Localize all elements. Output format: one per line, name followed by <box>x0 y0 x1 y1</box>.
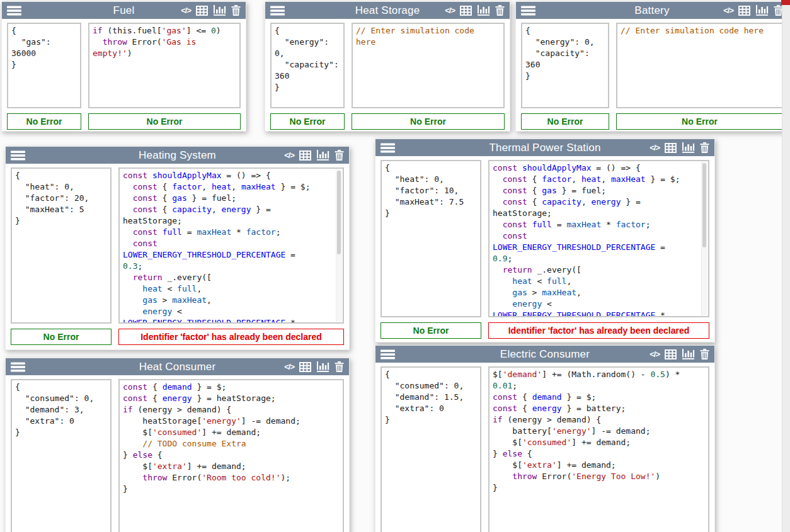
scrollbar-thumb[interactable] <box>337 171 341 254</box>
panel-toolbar: </> <box>284 361 344 372</box>
menu-icon[interactable] <box>270 6 285 16</box>
state-editor[interactable]: { "energy": 0, "capacity": 360 } <box>270 23 345 108</box>
code-editor[interactable]: $['demand'] += (Math.random() - 0.5) *0.… <box>488 366 709 532</box>
simulation-code-text: if (this.fuel['gas'] <= 0) throw Error('… <box>93 25 236 59</box>
chart-icon[interactable] <box>316 150 329 161</box>
trash-icon[interactable] <box>700 349 709 359</box>
page-scrollbar[interactable] <box>782 0 790 532</box>
trash-icon[interactable] <box>700 142 709 153</box>
simulation-code-text: const shouldApplyMax = () => { const { f… <box>493 162 705 317</box>
editor-scrollbar[interactable] <box>336 169 342 322</box>
panel-toolbar: </> <box>650 349 709 359</box>
panel-battery: Battery </> <box>515 1 789 132</box>
chart-icon[interactable] <box>316 361 329 372</box>
state-json-text: { "heat": 0, "factor": 20, "maxHeat": 5 … <box>15 170 107 227</box>
chart-icon[interactable] <box>755 5 769 16</box>
table-icon[interactable] <box>196 6 208 16</box>
table-icon[interactable] <box>299 150 311 161</box>
menu-icon[interactable] <box>11 362 25 372</box>
panel-title: Heat Storage <box>355 4 420 17</box>
panel-fuel: Fuel </> <box>1 1 246 132</box>
state-status-badge: No Error <box>7 113 81 130</box>
panel-body: { "energy": 0, "capacity": 360 } // Ente… <box>270 23 505 108</box>
panel-header[interactable]: Battery </> <box>516 2 788 19</box>
code-icon[interactable]: </> <box>181 6 191 15</box>
table-icon[interactable] <box>299 362 311 372</box>
menu-icon[interactable] <box>521 6 535 16</box>
code-icon[interactable]: </> <box>650 143 660 152</box>
panel-header[interactable]: Fuel </> <box>2 2 246 19</box>
state-status-badge: No Error <box>521 113 609 130</box>
panel-header[interactable]: Thermal Power Station </> <box>375 139 714 156</box>
code-icon[interactable]: </> <box>723 6 733 15</box>
panel-header[interactable]: Heating System </> <box>6 147 349 164</box>
status-row: No Error No Error <box>270 113 505 130</box>
code-status-badge: No Error <box>88 113 241 130</box>
state-json-text: { "heat": 0, "factor": 10, "maxHeat": 7.… <box>385 162 477 219</box>
status-row: No Error Identifier 'factor' has already… <box>11 329 344 345</box>
trash-icon[interactable] <box>495 5 505 16</box>
table-icon[interactable] <box>738 6 750 16</box>
panel-body: { "heat": 0, "factor": 10, "maxHeat": 7.… <box>381 160 709 317</box>
panel-header[interactable]: Heat Consumer </> <box>6 358 349 375</box>
state-editor[interactable]: { "heat": 0, "factor": 20, "maxHeat": 5 … <box>11 167 112 324</box>
code-editor[interactable]: const shouldApplyMax = () => { const { f… <box>118 167 344 324</box>
code-icon[interactable]: </> <box>650 349 660 359</box>
table-icon[interactable] <box>665 349 677 359</box>
chart-icon[interactable] <box>213 5 226 16</box>
code-editor[interactable]: // Enter simulation codehere <box>352 23 505 108</box>
state-editor[interactable]: { "heat": 0, "factor": 10, "maxHeat": 7.… <box>381 160 481 317</box>
state-json-text: { "consumed": 0, "demand": 3, "extra": 0… <box>15 382 107 438</box>
panel-header[interactable]: Heat Storage </> <box>265 2 510 19</box>
table-icon[interactable] <box>460 6 472 16</box>
panel-body: { "consumed": 0, "demand": 1.5, "extra":… <box>381 366 709 532</box>
panel-body: { "heat": 0, "factor": 20, "maxHeat": 5 … <box>11 167 344 324</box>
state-status-badge: No Error <box>381 322 481 339</box>
code-icon[interactable]: </> <box>445 6 455 15</box>
panel-title: Thermal Power Station <box>489 142 600 154</box>
trash-icon[interactable] <box>335 361 344 372</box>
chart-icon[interactable] <box>477 5 490 16</box>
code-editor[interactable]: // Enter simulation code here <box>616 23 783 108</box>
panel-header[interactable]: Electric Consumer </> <box>375 346 714 363</box>
code-status-badge: Identifier 'factor' has already been dec… <box>488 322 709 339</box>
panel-heat-consumer: Heat Consumer </> <box>5 358 350 532</box>
state-editor[interactable]: { "energy": 0, "capacity": 360 } <box>521 23 609 108</box>
menu-icon[interactable] <box>11 150 25 161</box>
trash-icon[interactable] <box>231 5 241 16</box>
panel-toolbar: </> <box>445 5 505 16</box>
simulation-code-text: $['demand'] += (Math.random() - 0.5) *0.… <box>493 369 705 494</box>
state-editor[interactable]: { "consumed": 0, "demand": 3, "extra": 0… <box>11 379 112 532</box>
status-row: No Error No Error <box>521 113 783 130</box>
panel-body: { "consumed": 0, "demand": 3, "extra": 0… <box>11 379 344 532</box>
menu-icon[interactable] <box>381 143 395 153</box>
code-status-badge: Identifier 'factor' has already been dec… <box>118 329 344 345</box>
trash-icon[interactable] <box>335 150 344 161</box>
chart-icon[interactable] <box>682 142 695 153</box>
status-row: No Error No Error <box>7 113 241 130</box>
code-icon[interactable]: </> <box>284 362 294 371</box>
chart-icon[interactable] <box>682 349 695 359</box>
panel-heat-storage: Heat Storage </> <box>265 1 510 132</box>
panel-title: Heat Consumer <box>139 361 216 373</box>
panel-title: Electric Consumer <box>500 348 590 361</box>
code-icon[interactable]: </> <box>284 150 294 160</box>
scrollbar-thumb[interactable] <box>702 163 706 247</box>
simulation-code-text: // Enter simulation codehere <box>356 25 500 48</box>
editor-scrollbar[interactable] <box>701 162 707 315</box>
table-icon[interactable] <box>665 143 677 153</box>
panel-title: Battery <box>634 4 669 17</box>
state-editor[interactable]: { "gas": 36000 } <box>7 23 81 108</box>
code-editor[interactable]: const shouldApplyMax = () => { const { f… <box>488 160 709 317</box>
panel-toolbar: </> <box>723 5 783 16</box>
state-json-text: { "energy": 0, "capacity": 360 } <box>525 25 605 82</box>
panel-body: { "energy": 0, "capacity": 360 } // Ente… <box>521 23 783 108</box>
state-status-badge: No Error <box>11 329 112 345</box>
code-editor[interactable]: const { demand } = $;const { energy } = … <box>118 379 344 532</box>
code-editor[interactable]: if (this.fuel['gas'] <= 0) throw Error('… <box>88 23 241 108</box>
panel-title: Fuel <box>113 4 135 17</box>
menu-icon[interactable] <box>381 349 395 359</box>
state-editor[interactable]: { "consumed": 0, "demand": 1.5, "extra":… <box>381 366 481 532</box>
panel-electric-consumer: Electric Consumer </> <box>375 345 715 532</box>
menu-icon[interactable] <box>7 6 21 16</box>
